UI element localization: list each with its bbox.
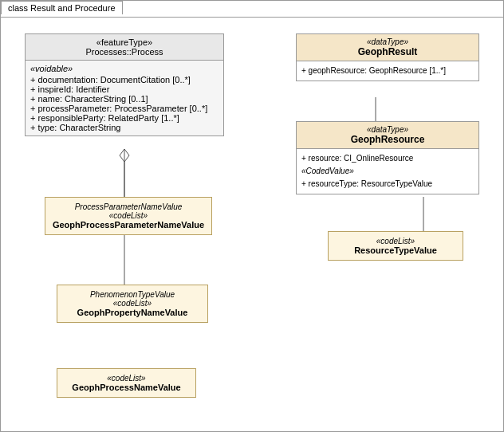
ppnv-classname: GeophProcessParameterNameValue [52,220,205,230]
diagram-area: «featureType» Processes::Process «voidab… [1,17,503,431]
processes-process-box: «featureType» Processes::Process «voidab… [25,33,224,136]
ppnv-codelist: «codeList» [52,211,205,220]
gpnv-codelist: «codeList» [64,374,189,383]
geoph-result-header: «dataType» GeophResult [297,34,478,61]
ptv-italic: PhenomenonTypeValue [64,290,201,299]
geoph-resource-coded: «CodedValue» [301,165,474,178]
resource-type-value-box: «codeList» ResourceTypeValue [328,231,463,261]
geoph-resource-attr1: + resource: CI_OnlineResource [301,152,474,165]
ptv-content: PhenomenonTypeValue «codeList» GeophProp… [57,285,207,322]
diagram-tab: class Result and Procedure [1,1,123,14]
process-classname: Processes::Process [30,47,219,57]
geoph-resource-header: «dataType» GeophResource [297,122,478,149]
ptv-codelist: «codeList» [64,299,201,308]
geoph-resource-classname: GeophResource [301,134,474,145]
geoph-result-attr: + geophResource: GeophResource [1..*] [301,65,474,77]
attr-inspireid: + inspireId: Identifier [30,84,219,94]
attr-processparameter: + processParameter: ProcessParameter [0.… [30,104,219,113]
process-stereotype: «featureType» [30,37,219,47]
gpnv-classname: GeophProcessNameValue [64,383,189,392]
process-param-name-content: ProcessParameterNameValue «codeList» Geo… [45,198,211,234]
rtv-codelist: «codeList» [335,237,456,245]
process-box-body: «voidable» + documentation: DocumentCita… [26,61,223,135]
ptv-classname: GeophPropertyNameValue [64,308,201,317]
geoph-result-stereotype: «dataType» [301,37,474,46]
attr-voidable: «voidable» [30,64,219,73]
gpnv-content: «codeList» GeophProcessNameValue [57,369,195,397]
tab-label: class Result and Procedure [8,3,116,13]
attr-name: + name: CharacterString [0..1] [30,94,219,104]
geoph-result-body: + geophResource: GeophResource [1..*] [297,61,478,81]
attr-type: + type: CharacterString [30,123,219,132]
geoph-result-box: «dataType» GeophResult + geophResource: … [296,33,479,81]
geoph-result-classname: GeophResult [301,46,474,57]
attr-documentation: + documentation: DocumentCitation [0..*] [30,75,219,84]
geoph-resource-stereotype: «dataType» [301,125,474,134]
ppnv-italic: ProcessParameterNameValue [52,202,205,211]
rtv-content: «codeList» ResourceTypeValue [329,232,463,260]
geoph-process-name-value-box: «codeList» GeophProcessNameValue [57,368,196,398]
geoph-resource-attr2: + resourceType: ResourceTypeValue [301,178,474,190]
diagram-container: class Result and Procedure «featureType» [0,0,504,432]
svg-marker-1 [120,149,129,162]
process-box-header: «featureType» Processes::Process [26,34,223,61]
process-param-name-value-box: ProcessParameterNameValue «codeList» Geo… [45,197,212,235]
attr-responsibleparty: + responsibleParty: RelatedParty [1..*] [30,113,219,123]
geoph-resource-box: «dataType» GeophResource + resource: CI_… [296,121,479,194]
geoph-resource-body: + resource: CI_OnlineResource «CodedValu… [297,149,478,194]
rtv-classname: ResourceTypeValue [335,245,456,255]
phenomenon-type-value-box: PhenomenonTypeValue «codeList» GeophProp… [57,285,208,323]
